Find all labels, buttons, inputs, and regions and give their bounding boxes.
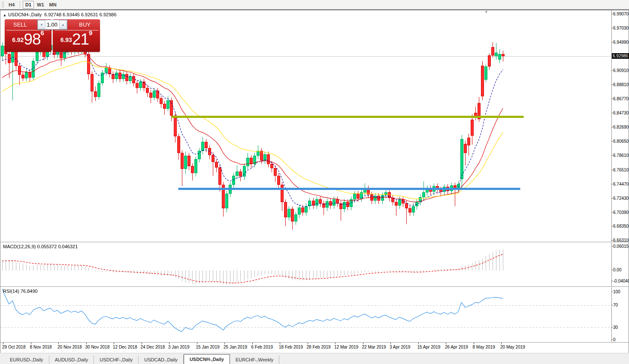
price-axis-label: 6.86770 bbox=[613, 96, 629, 101]
chart-shift-marker-icon[interactable]: ▼ bbox=[484, 10, 488, 14]
date-tick bbox=[418, 343, 419, 344]
macd-axis: 0.0601590.00-0.040407 bbox=[611, 243, 629, 286]
date-axis-label: 30 Nov 2018 bbox=[85, 345, 110, 349]
volume-spinner: ▼ 1.00 ▲ bbox=[37, 20, 67, 30]
volume-increase-button[interactable]: ▲ bbox=[59, 20, 67, 29]
symbol-tab-usdchf[interactable]: USDCHF-,Daily bbox=[94, 355, 139, 364]
date-tick bbox=[169, 343, 169, 344]
date-axis: 29 Oct 20188 Nov 201820 Nov 201830 Nov 2… bbox=[0, 343, 629, 353]
chart-ohlc-quote: 6.92748 6.93445 6.92631 6.92986 bbox=[44, 12, 116, 17]
timeframe-toolbar: H4D1W1MN bbox=[0, 0, 629, 9]
rsi-axis-label: 30 bbox=[613, 325, 618, 330]
date-tick bbox=[501, 343, 502, 344]
ask-price-big: 21 bbox=[72, 30, 89, 48]
macd-axis-label: 0.060159 bbox=[613, 244, 629, 249]
price-axis-label: 6.76510 bbox=[613, 168, 629, 172]
buy-label: BUY bbox=[79, 21, 91, 28]
symbol-tab-eurusd[interactable]: EURUSD-,Daily bbox=[4, 355, 49, 364]
date-axis-label: 15 Jan 2019 bbox=[196, 345, 220, 349]
date-axis-label: 3 Jan 2019 bbox=[168, 345, 190, 349]
date-axis-label: 24 Dec 2018 bbox=[141, 345, 165, 349]
price-axis-label: 6.80650 bbox=[613, 139, 629, 144]
rsi-axis: 10070300 bbox=[611, 287, 629, 342]
macd-axis-label: 0.00 bbox=[613, 268, 621, 272]
date-axis-label: 8 May 2019 bbox=[473, 345, 495, 349]
ask-price-pip: 9 bbox=[89, 29, 92, 36]
symbol-tab-usdcad[interactable]: USDCAD-,Daily bbox=[139, 355, 184, 364]
macd-canvas[interactable] bbox=[0, 243, 611, 286]
main-chart-panel: ▲USDCNH-,Daily 6.92748 6.93445 6.92631 6… bbox=[0, 10, 629, 242]
macd-axis-label: -0.040407 bbox=[613, 279, 629, 283]
timeframe-button-mn[interactable]: MN bbox=[47, 1, 59, 9]
price-axis: 6.92986 6.990706.970306.949906.909106.88… bbox=[611, 10, 629, 242]
chart-window: ▲USDCNH-,Daily 6.92748 6.93445 6.92631 6… bbox=[0, 9, 629, 353]
bid-price-big: 98 bbox=[24, 30, 40, 48]
date-tick bbox=[252, 343, 253, 344]
chart-title: ▲USDCNH-,Daily 6.92748 6.93445 6.92631 6… bbox=[3, 12, 117, 17]
price-axis-label: 6.78610 bbox=[613, 153, 629, 158]
sell-label: SELL bbox=[13, 21, 27, 28]
date-tick bbox=[224, 343, 225, 344]
date-tick bbox=[58, 343, 59, 344]
one-click-trade-panel: SELL 6.92986 BUY 6.93219 ▼ 1.00 ▲ bbox=[5, 19, 100, 52]
timeframe-button-d1[interactable]: D1 bbox=[23, 1, 34, 9]
volume-decrease-button[interactable]: ▼ bbox=[38, 20, 45, 29]
price-axis-label: 6.66310 bbox=[613, 238, 629, 243]
current-price-tag: 6.92986 bbox=[612, 53, 629, 59]
date-axis-label: 12 Mar 2019 bbox=[334, 345, 358, 349]
timeframe-button-w1[interactable]: W1 bbox=[35, 1, 46, 9]
symbol-tab-audusd[interactable]: AUDUSD-,Daily bbox=[49, 355, 94, 364]
chart-symbol-label: USDCNH-,Daily bbox=[8, 12, 42, 17]
price-axis-label: 6.82690 bbox=[613, 125, 629, 129]
price-axis-label: 6.68350 bbox=[613, 224, 629, 229]
date-tick bbox=[142, 343, 142, 344]
price-axis-label: 6.88810 bbox=[613, 82, 629, 87]
rsi-axis-label: 100 bbox=[613, 289, 620, 294]
date-axis-label: 3 Apr 2019 bbox=[390, 345, 410, 349]
date-tick bbox=[335, 343, 336, 344]
date-axis-label: 12 Dec 2018 bbox=[113, 345, 137, 349]
price-axis-label: 6.90910 bbox=[613, 68, 629, 73]
rsi-canvas[interactable] bbox=[0, 287, 611, 342]
volume-input[interactable]: 1.00 bbox=[45, 20, 59, 29]
ask-price-main: 6.93 bbox=[60, 36, 72, 43]
symbol-tab-bar: EURUSD-,DailyAUDUSD-,DailyUSDCHF-,DailyU… bbox=[0, 353, 629, 364]
date-tick bbox=[31, 343, 31, 344]
date-axis-label: 6 Feb 2019 bbox=[251, 345, 273, 349]
rsi-panel: RSI(14) 76.8490 10070300 bbox=[0, 287, 629, 342]
date-axis-label: 28 Feb 2019 bbox=[307, 345, 331, 349]
date-axis-label: 18 Feb 2019 bbox=[279, 345, 303, 349]
date-tick bbox=[114, 343, 114, 344]
bid-price-main: 6.92 bbox=[12, 36, 24, 43]
date-axis-label: 8 Nov 2018 bbox=[30, 345, 52, 349]
date-tick bbox=[280, 343, 280, 344]
collapse-triangle-icon[interactable]: ▲ bbox=[3, 13, 6, 17]
toolbar-separator bbox=[20, 1, 20, 8]
macd-indicator-label: MACD(12,26,9) 0.055372 0.046321 bbox=[3, 244, 78, 249]
timeframe-button-h4[interactable]: H4 bbox=[6, 1, 17, 9]
macd-panel: MACD(12,26,9) 0.055372 0.046321 0.060159… bbox=[0, 243, 629, 286]
price-axis-label: 6.94990 bbox=[613, 40, 629, 45]
symbol-tab-usdcnh[interactable]: USDCNH-,Daily bbox=[184, 354, 230, 364]
date-tick bbox=[474, 343, 474, 344]
date-axis-label: 22 Mar 2019 bbox=[362, 345, 386, 349]
price-axis-label: 6.72430 bbox=[613, 196, 629, 201]
symbol-tab-eurchf[interactable]: EURCHF-,Weekly bbox=[230, 355, 279, 364]
bid-price-pip: 6 bbox=[41, 29, 44, 36]
rsi-axis-label: 0 bbox=[613, 337, 616, 342]
price-axis-label: 6.99070 bbox=[613, 12, 629, 16]
date-tick bbox=[363, 343, 363, 344]
date-axis-label: 25 Jan 2019 bbox=[224, 345, 247, 349]
date-tick bbox=[308, 343, 308, 344]
date-axis-label: 15 Apr 2019 bbox=[417, 345, 441, 349]
date-tick bbox=[3, 343, 3, 344]
date-axis-label: 29 Oct 2018 bbox=[2, 345, 25, 349]
ask-price-display: 6.93219 bbox=[53, 29, 100, 48]
price-axis-label: 6.74470 bbox=[613, 182, 629, 187]
rsi-indicator-label: RSI(14) 76.8490 bbox=[3, 289, 38, 294]
bid-price-display: 6.92986 bbox=[5, 29, 51, 48]
price-axis-label: 6.84730 bbox=[613, 111, 629, 115]
date-axis-label: 20 May 2019 bbox=[500, 345, 525, 349]
date-tick bbox=[197, 343, 197, 344]
rsi-axis-label: 70 bbox=[613, 303, 618, 307]
